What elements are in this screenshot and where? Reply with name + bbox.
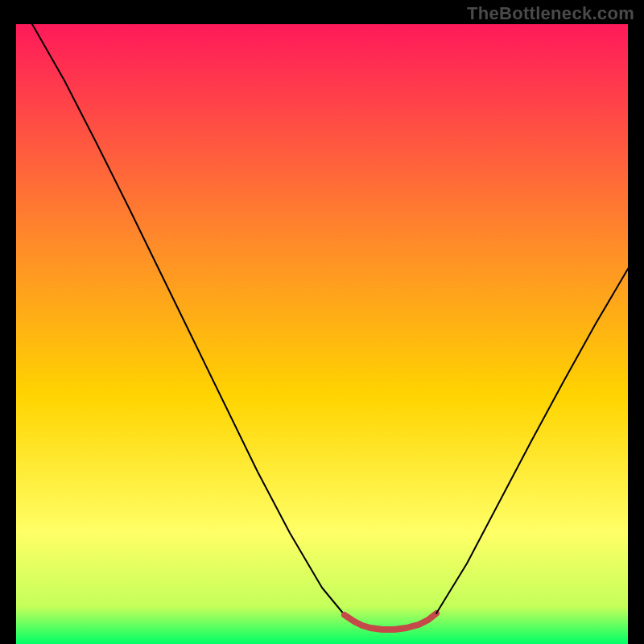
chart-stage: TheBottleneck.com [0, 0, 644, 644]
watermark-text: TheBottleneck.com [467, 3, 634, 24]
plot-background [16, 24, 628, 644]
bottleneck-chart [0, 0, 644, 644]
